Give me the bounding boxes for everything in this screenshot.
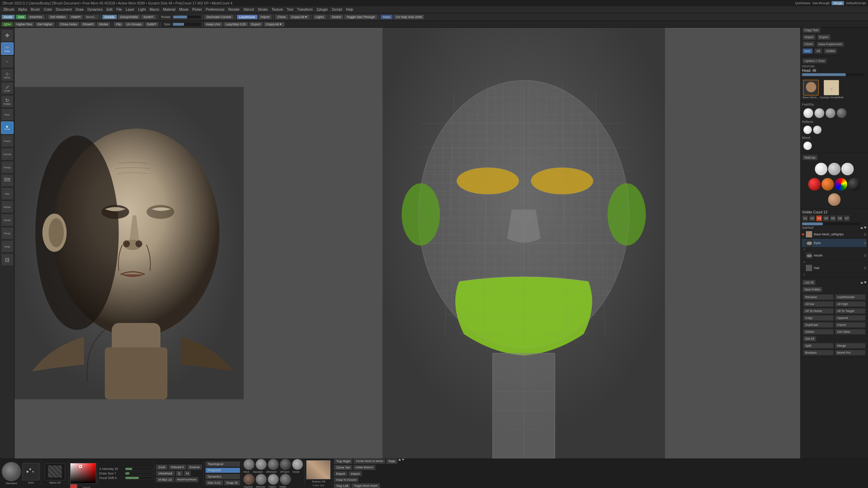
tool-ghost[interactable]: Ghost <box>1 174 14 187</box>
subdiv-v1[interactable]: V1 <box>802 215 808 221</box>
menu-zscript[interactable]: Zscript <box>330 7 344 12</box>
menu-preferences[interactable]: Preferences <box>204 7 226 12</box>
menu-file[interactable]: File <box>115 7 124 12</box>
snap-btn[interactable]: Snap 25 <box>224 480 241 486</box>
mat-dark[interactable] <box>837 108 846 118</box>
all-btn[interactable]: All <box>815 48 822 54</box>
standard-brush[interactable] <box>256 459 267 470</box>
higher-res-btn[interactable]: Higher Res <box>14 22 34 27</box>
del-other-btn[interactable]: Del Other <box>835 329 866 335</box>
thumb-cyc[interactable]: S Cyclops SimpleBall <box>820 80 843 99</box>
tool-floor[interactable]: Floor <box>1 108 14 121</box>
list-up-arrow[interactable] <box>860 281 863 284</box>
menu-alpha[interactable]: Alpha <box>16 7 29 12</box>
mat-white4[interactable] <box>813 126 821 134</box>
menu-brush[interactable]: Brush <box>29 7 42 12</box>
import-btn3[interactable]: Import <box>835 322 866 328</box>
all-low-btn[interactable]: All low <box>803 301 834 307</box>
export-btn3[interactable]: Export <box>334 471 348 477</box>
inflate-brush[interactable] <box>280 474 291 485</box>
uv-map-btn[interactable]: UV Map Size 2048 <box>393 15 424 19</box>
mask-btn[interactable]: Mask <box>381 15 393 19</box>
tray-left-btn[interactable]: Tray Left <box>334 483 351 488</box>
subdiv-v7[interactable]: V7 <box>844 215 850 221</box>
subdiv-v3[interactable]: V3 <box>816 215 822 221</box>
goz-btn[interactable]: GoZ <box>802 48 813 54</box>
layer-base-mesh[interactable]: Base Mesh_withgrips <box>802 230 867 239</box>
color-gradient[interactable] <box>70 463 96 484</box>
topo-btn[interactable]: Topological <box>205 461 240 467</box>
default-zscript-btn[interactable]: DefaultZScript <box>846 1 866 5</box>
dynamics-btn[interactable]: Dynamics <box>205 474 240 479</box>
menu-zbrush[interactable]: ZBrush <box>1 7 16 12</box>
view-mask-btn[interactable]: ViewMask <box>156 471 175 476</box>
auto-reorder-btn[interactable]: AutoReorder <box>835 294 866 300</box>
tool-frame[interactable]: Frame <box>1 135 14 147</box>
mblur-btn[interactable]: M Blur 10 <box>156 477 174 482</box>
m-btn[interactable]: M <box>184 471 191 476</box>
export-btn2[interactable]: Export <box>817 34 831 40</box>
layer-mouth[interactable]: Mouth <box>802 251 867 260</box>
zremesh-brush[interactable] <box>268 459 279 470</box>
del-mt-btn[interactable]: DelMT <box>145 22 159 27</box>
draw-size-slider[interactable] <box>125 472 153 475</box>
snap-to-ground-btn[interactable]: Snap To Ground <box>334 477 359 482</box>
color-picker-area[interactable]: Rgb M <box>70 463 96 484</box>
new-folder-btn[interactable]: New Folder <box>802 287 823 292</box>
show-pt-btn[interactable]: ShowPt <box>80 22 96 27</box>
viewport-right[interactable] <box>247 28 800 458</box>
qdiv-btn[interactable]: QDiv <box>1 22 13 27</box>
inner-res-btn[interactable]: InnerRes <box>27 15 45 19</box>
zproject-brush[interactable] <box>280 459 291 470</box>
alpha-preview[interactable] <box>44 463 65 480</box>
subdiv-v2[interactable]: V2 <box>809 215 815 221</box>
menu-tool[interactable]: Tool <box>285 7 295 12</box>
bevel-pro-btn[interactable]: Bevel Pro <box>835 350 866 355</box>
claydull-brush[interactable] <box>243 474 254 485</box>
import-btn4[interactable]: Import <box>348 471 362 477</box>
boolean-btn[interactable]: Boolean <box>803 350 834 355</box>
viewport-left[interactable] <box>15 28 244 458</box>
flip-btn[interactable]: Flip <box>114 22 124 27</box>
del-higher-btn[interactable]: Del Higher <box>35 22 55 27</box>
brush-preview-main[interactable] <box>2 462 21 481</box>
menu-layer[interactable]: Layer <box>124 7 136 12</box>
append-btn[interactable]: Append <box>835 315 866 321</box>
head-slider[interactable] <box>802 73 865 76</box>
thumb-cyc-img[interactable]: S <box>824 80 839 95</box>
toggle-mask-btn[interactable]: Toggle Mask Depth <box>351 483 380 488</box>
menu-draw[interactable]: Draw <box>74 7 85 12</box>
quick-save-btn[interactable]: QuickSave <box>795 1 810 5</box>
copy-tool-btn[interactable]: Copy Tool <box>802 27 820 33</box>
layer-gear-mouth[interactable] <box>863 254 867 258</box>
merge-btn[interactable]: Merge <box>832 1 844 5</box>
copy-btn2[interactable]: Copy <box>803 315 834 321</box>
subdiv-v6[interactable]: V6 <box>837 215 843 221</box>
double-btn[interactable]: Double <box>102 15 117 19</box>
mat-metalect[interactable] <box>828 163 841 175</box>
tool-canvas[interactable]: Canvas <box>1 148 14 160</box>
menu-dynamics[interactable]: Dynamics <box>86 7 105 12</box>
stroke-btn[interactable]: Stroke <box>97 22 110 27</box>
color-bg[interactable] <box>77 486 83 488</box>
del-hidden-btn[interactable]: Del Hidden <box>48 15 68 19</box>
import-btn2[interactable]: Import <box>802 34 816 40</box>
tool-draw[interactable]: ✏ Draw <box>1 42 14 55</box>
mat-skin[interactable] <box>828 193 841 206</box>
mat-white2[interactable] <box>815 108 824 118</box>
menu-edit[interactable]: Edit <box>105 7 114 12</box>
zapp-btn[interactable]: ZAppLink▼ <box>289 15 310 19</box>
tool-sculpt[interactable]: ▦ Sculpt <box>1 121 14 134</box>
mat-orange[interactable] <box>821 178 834 191</box>
tool-rotate[interactable]: ↻ Rotate <box>1 95 14 108</box>
tool-cursor[interactable]: ✥ <box>1 29 14 42</box>
inflate-balloon-btn[interactable]: Inflate Balloon <box>353 465 376 470</box>
merge-btn2[interactable]: Merge <box>835 343 866 348</box>
inverse-btn[interactable]: Inverse <box>187 464 202 470</box>
decimate-btn[interactable]: Decimate Current <box>204 15 234 19</box>
tool-smooth[interactable]: ~ <box>1 56 14 68</box>
mat-white5[interactable] <box>803 142 812 150</box>
menu-transform[interactable]: Transform <box>295 7 314 12</box>
lightbox-btn[interactable]: Lightbox > Tools <box>802 58 827 64</box>
duplicate-btn[interactable]: Duplicate <box>803 322 834 328</box>
